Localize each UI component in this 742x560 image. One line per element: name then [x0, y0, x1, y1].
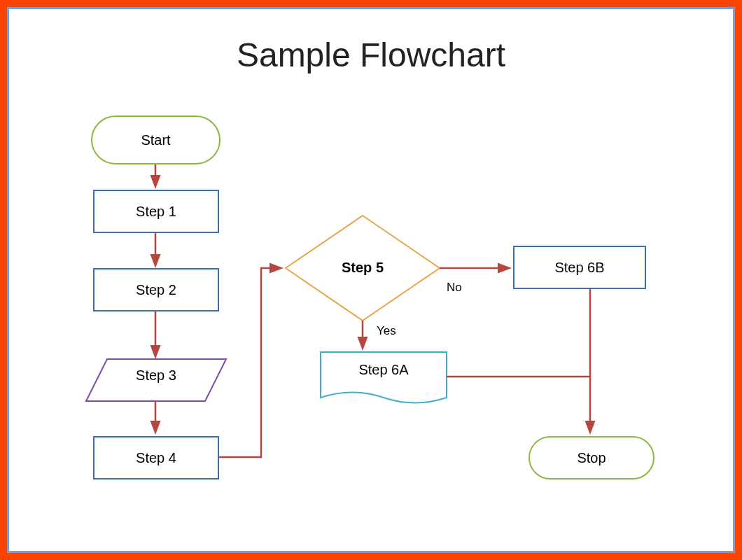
step6a-label: Step 6A — [358, 362, 408, 377]
step3-label: Step 3 — [136, 368, 176, 383]
rect-step2: Step 2 — [93, 268, 219, 312]
stop-label: Stop — [577, 450, 606, 466]
rect-step1: Step 1 — [93, 190, 219, 233]
start-label: Start — [141, 132, 170, 148]
step6a-label-wrap: Step 6A — [328, 362, 440, 378]
branch-no-label: No — [447, 281, 462, 295]
step5-label: Step 5 — [342, 260, 384, 275]
step6b-label: Step 6B — [554, 260, 604, 276]
step3-label-wrap: Step 3 — [100, 368, 212, 384]
step4-label: Step 4 — [136, 450, 176, 466]
diagram-frame: Sample Flowchart — [7, 7, 735, 553]
rect-step4: Step 4 — [93, 436, 219, 479]
flowchart-canvas: Start Step 1 Step 2 Step 3 Step 4 Step 5… — [9, 9, 733, 551]
step1-label: Step 1 — [136, 204, 176, 220]
terminator-start: Start — [91, 115, 220, 164]
step5-label-wrap: Step 5 — [321, 260, 405, 276]
branch-yes-label: Yes — [377, 324, 396, 338]
arrow-step4-step5 — [218, 268, 280, 457]
rect-step6b: Step 6B — [513, 246, 646, 289]
terminator-stop: Stop — [528, 436, 654, 479]
step2-label: Step 2 — [136, 282, 176, 298]
